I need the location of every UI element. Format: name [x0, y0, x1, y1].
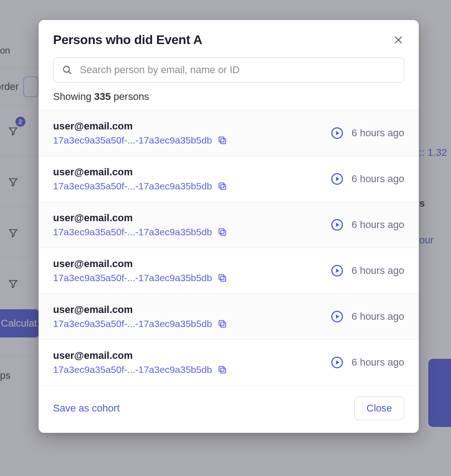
results-count: Showing 335 persons [39, 91, 419, 110]
person-main: user@email.com17a3ec9a35a50f-...-17a3ec9… [53, 166, 227, 192]
modal-header: Persons who did Event A [39, 20, 419, 57]
person-id-row: 17a3ec9a35a50f-...-17a3ec9a35b5db [53, 227, 227, 238]
modal-footer: Save as cohort Close [39, 386, 419, 433]
svg-rect-20 [219, 367, 224, 372]
close-button[interactable]: Close [354, 397, 404, 420]
person-id-link[interactable]: 17a3ec9a35a50f-...-17a3ec9a35b5db [53, 227, 212, 238]
showing-prefix: Showing [53, 91, 94, 102]
person-id-row: 17a3ec9a35a50f-...-17a3ec9a35b5db [53, 273, 227, 283]
person-id-link[interactable]: 17a3ec9a35a50f-...-17a3ec9a35b5db [53, 364, 212, 375]
person-right: 6 hours ago [330, 218, 404, 232]
person-row[interactable]: user@email.com17a3ec9a35a50f-...-17a3ec9… [39, 110, 419, 156]
person-id-link[interactable]: 17a3ec9a35a50f-...-17a3ec9a35b5db [53, 273, 212, 283]
svg-rect-14 [219, 275, 224, 280]
svg-rect-11 [219, 229, 224, 234]
modal-title: Persons who did Event A [53, 33, 202, 47]
person-email: user@email.com [53, 304, 227, 316]
copy-icon[interactable] [217, 227, 227, 237]
person-id-row: 17a3ec9a35a50f-...-17a3ec9a35b5db [53, 135, 227, 146]
time-ago: 6 hours ago [352, 311, 404, 322]
person-main: user@email.com17a3ec9a35a50f-...-17a3ec9… [53, 304, 227, 329]
person-row[interactable]: user@email.com17a3ec9a35a50f-...-17a3ec9… [39, 248, 419, 294]
copy-icon[interactable] [217, 273, 227, 283]
person-main: user@email.com17a3ec9a35a50f-...-17a3ec9… [53, 350, 227, 375]
person-id-link[interactable]: 17a3ec9a35a50f-...-17a3ec9a35b5db [53, 135, 212, 146]
play-icon[interactable] [330, 309, 344, 324]
svg-rect-4 [221, 139, 226, 144]
person-row[interactable]: user@email.com17a3ec9a35a50f-...-17a3ec9… [39, 294, 419, 340]
person-id-row: 17a3ec9a35a50f-...-17a3ec9a35b5db [53, 364, 227, 375]
svg-rect-10 [221, 230, 226, 235]
person-right: 6 hours ago [330, 309, 404, 324]
showing-count: 335 [94, 91, 111, 102]
time-ago: 6 hours ago [352, 265, 404, 277]
person-main: user@email.com17a3ec9a35a50f-...-17a3ec9… [53, 258, 227, 283]
svg-rect-13 [221, 276, 226, 281]
person-id-link[interactable]: 17a3ec9a35a50f-...-17a3ec9a35b5db [53, 181, 212, 192]
person-main: user@email.com17a3ec9a35a50f-...-17a3ec9… [53, 212, 227, 238]
time-ago: 6 hours ago [352, 173, 404, 185]
search-container [39, 57, 419, 91]
copy-icon[interactable] [217, 319, 227, 329]
play-icon[interactable] [330, 126, 344, 140]
time-ago: 6 hours ago [352, 357, 404, 368]
person-right: 6 hours ago [330, 126, 404, 140]
person-main: user@email.com17a3ec9a35a50f-...-17a3ec9… [53, 120, 227, 146]
person-email: user@email.com [53, 258, 227, 270]
person-email: user@email.com [53, 212, 227, 224]
person-email: user@email.com [53, 350, 227, 362]
person-right: 6 hours ago [330, 172, 404, 186]
person-list: user@email.com17a3ec9a35a50f-...-17a3ec9… [39, 110, 419, 386]
close-icon[interactable] [392, 34, 404, 46]
svg-rect-5 [219, 137, 224, 142]
play-icon[interactable] [330, 355, 344, 370]
person-row[interactable]: user@email.com17a3ec9a35a50f-...-17a3ec9… [39, 340, 419, 386]
person-row[interactable]: user@email.com17a3ec9a35a50f-...-17a3ec9… [39, 202, 419, 248]
svg-rect-16 [221, 322, 226, 327]
person-row[interactable]: user@email.com17a3ec9a35a50f-...-17a3ec9… [39, 156, 419, 202]
person-id-link[interactable]: 17a3ec9a35a50f-...-17a3ec9a35b5db [53, 318, 212, 329]
svg-line-3 [69, 71, 71, 74]
person-email: user@email.com [53, 120, 227, 132]
play-icon[interactable] [330, 263, 344, 278]
person-id-row: 17a3ec9a35a50f-...-17a3ec9a35b5db [53, 181, 227, 192]
play-icon[interactable] [330, 172, 344, 186]
copy-icon[interactable] [217, 181, 227, 191]
person-email: user@email.com [53, 166, 227, 178]
svg-rect-7 [221, 184, 226, 189]
persons-modal: Persons who did Event A Showing 335 pers… [39, 20, 419, 433]
person-right: 6 hours ago [330, 355, 404, 370]
time-ago: 6 hours ago [352, 219, 404, 231]
copy-icon[interactable] [217, 135, 227, 145]
svg-rect-8 [219, 183, 224, 188]
person-right: 6 hours ago [330, 263, 404, 278]
copy-icon[interactable] [217, 365, 227, 375]
time-ago: 6 hours ago [352, 127, 404, 139]
showing-suffix: persons [111, 91, 149, 102]
search-input[interactable] [80, 64, 396, 76]
play-icon[interactable] [330, 218, 344, 232]
search-icon [62, 64, 73, 75]
save-as-cohort-link[interactable]: Save as cohort [53, 402, 120, 414]
svg-rect-19 [221, 368, 226, 373]
search-field[interactable] [53, 57, 404, 83]
svg-rect-17 [219, 321, 224, 326]
person-id-row: 17a3ec9a35a50f-...-17a3ec9a35b5db [53, 318, 227, 329]
